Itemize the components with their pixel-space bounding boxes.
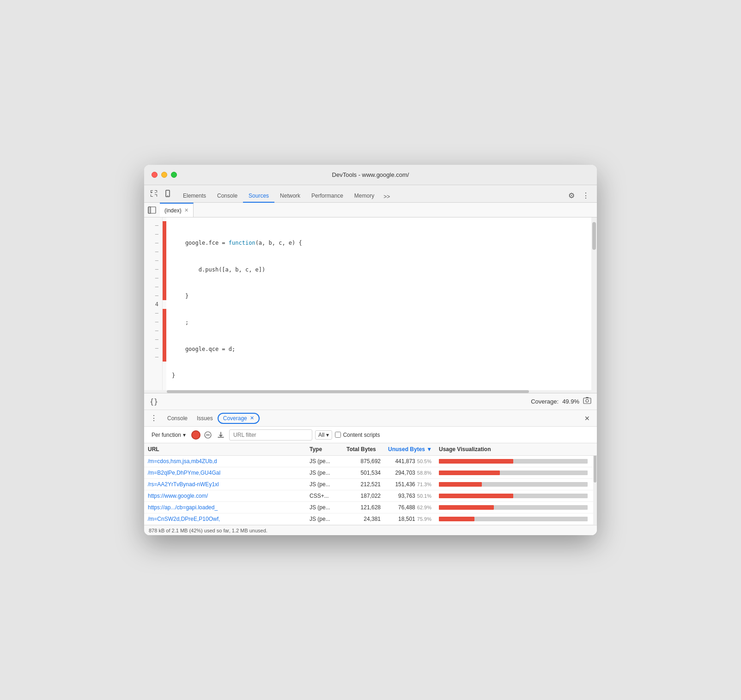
- panel-close-button[interactable]: ✕: [581, 412, 593, 424]
- svg-point-18: [586, 399, 589, 402]
- sidebar-toggle-button[interactable]: [146, 204, 158, 216]
- td-unused-1: 294,703 58.8%: [384, 467, 435, 478]
- table-row[interactable]: /m=cdos,hsm,jsa,mb4ZUb,d JS (pe... 875,6…: [144, 456, 597, 467]
- all-filter-label: All: [318, 432, 324, 438]
- table-row[interactable]: /rs=AA2YrTvBynad-nWEy1xl JS (pe... 212,5…: [144, 479, 597, 490]
- content-scripts-check[interactable]: [335, 432, 341, 438]
- devtools-icons: [148, 187, 174, 202]
- td-unused-0: 441,873 50.5%: [384, 456, 435, 467]
- status-text: 878 kB of 2.1 MB (42%) used so far, 1.2 …: [149, 528, 267, 533]
- coverage-table[interactable]: URL Type Total Bytes Unused Bytes ▼ Usag…: [144, 443, 597, 525]
- line-num-1: –: [144, 221, 162, 230]
- th-usage-vis: Usage Visualization: [435, 443, 597, 455]
- coverage-label: Coverage:: [531, 398, 559, 405]
- screenshot-button[interactable]: [583, 397, 591, 407]
- file-tabbar: (index) ✕: [144, 203, 597, 217]
- content-scripts-checkbox[interactable]: Content scripts: [335, 432, 380, 438]
- line-num-4: –: [144, 247, 162, 256]
- svg-rect-16: [148, 207, 151, 213]
- td-url-2: /rs=AA2YrTvBynad-nWEy1xl: [144, 479, 306, 490]
- line-num-10: 4: [144, 300, 162, 309]
- cursor-icon[interactable]: [148, 187, 160, 199]
- window-title: DevTools - www.google.com/: [332, 171, 409, 178]
- table-row[interactable]: /m=CnSW2d,DPreE,P10Owf, JS (pe... 24,381…: [144, 513, 597, 525]
- svg-rect-3: [152, 192, 152, 193]
- all-filter-select[interactable]: All ▾: [315, 430, 332, 440]
- tab-network[interactable]: Network: [274, 190, 306, 203]
- panel-tabs: ⋮ Console Issues Coverage ✕ ✕: [144, 410, 597, 427]
- content-scripts-label: Content scripts: [343, 432, 380, 438]
- vertical-scrollbar[interactable]: [591, 217, 597, 393]
- td-type-0: JS (pe...: [306, 456, 343, 467]
- per-function-button[interactable]: Per function ▾: [149, 430, 188, 440]
- td-total-1: 501,534: [343, 467, 384, 478]
- coverage-summary-header: {} Coverage: 49.9%: [144, 393, 597, 410]
- devtools-tabbar: Elements Console Sources Network Perform…: [144, 185, 597, 203]
- svg-rect-12: [151, 196, 153, 197]
- th-url: URL: [144, 443, 306, 455]
- code-line-4: ;: [172, 319, 591, 327]
- line-num-2: –: [144, 230, 162, 239]
- tab-panel-coverage[interactable]: Coverage ✕: [218, 413, 260, 424]
- mobile-icon[interactable]: [162, 187, 174, 199]
- file-tab-index[interactable]: (index) ✕: [160, 203, 194, 217]
- cov-16: [163, 353, 166, 362]
- traffic-lights: [152, 172, 177, 178]
- th-type: Type: [306, 443, 343, 455]
- url-filter-input[interactable]: [229, 429, 312, 441]
- coverage-tab-close[interactable]: ✕: [250, 415, 254, 421]
- line-num-13: –: [144, 326, 162, 335]
- tab-elements[interactable]: Elements: [177, 190, 212, 203]
- td-url-0: /m=cdos,hsm,jsa,mb4ZUb,d: [144, 456, 306, 467]
- table-row[interactable]: https://www.google.com/ CSS+... 187,022 …: [144, 490, 597, 502]
- cov-8: [163, 283, 166, 291]
- file-tab-close-button[interactable]: ✕: [184, 207, 188, 213]
- scrollbar-thumb: [592, 222, 596, 250]
- svg-rect-4: [152, 192, 152, 193]
- line-num-8: –: [144, 283, 162, 291]
- code-scroll-area[interactable]: – – – – – – – – – 4 – – – – – –: [144, 217, 597, 390]
- horizontal-scrollbar[interactable]: [144, 390, 597, 393]
- more-options-button[interactable]: ⋮: [578, 188, 593, 203]
- td-unused-2: 151,436 71.3%: [384, 479, 435, 490]
- tab-panel-console[interactable]: Console: [163, 412, 192, 424]
- line-num-16: –: [144, 353, 162, 362]
- td-type-1: JS (pe...: [306, 467, 343, 478]
- tab-performance[interactable]: Performance: [306, 190, 349, 203]
- close-button[interactable]: [152, 172, 158, 178]
- more-tabs-button[interactable]: >>: [380, 191, 394, 203]
- status-bar: 878 kB of 2.1 MB (42%) used so far, 1.2 …: [144, 525, 597, 535]
- td-vis-3: [435, 490, 597, 501]
- tab-panel-issues[interactable]: Issues: [192, 412, 218, 424]
- tab-memory[interactable]: Memory: [349, 190, 380, 203]
- record-button[interactable]: [191, 430, 200, 440]
- code-line-6: }: [172, 371, 591, 380]
- table-row[interactable]: https://ap.../cb=gapi.loaded_ JS (pe... …: [144, 502, 597, 513]
- settings-button[interactable]: ⚙: [565, 188, 578, 203]
- panel-menu-button[interactable]: ⋮: [148, 412, 160, 424]
- line-num-9: –: [144, 291, 162, 300]
- clear-button[interactable]: [203, 430, 213, 440]
- line-num-5: –: [144, 256, 162, 265]
- cov-10: [163, 300, 166, 309]
- coverage-header-left: {}: [150, 398, 158, 406]
- td-type-3: CSS+...: [306, 490, 343, 501]
- th-unused-bytes[interactable]: Unused Bytes ▼: [384, 443, 435, 455]
- table-header: URL Type Total Bytes Unused Bytes ▼ Usag…: [144, 443, 597, 456]
- tab-sources[interactable]: Sources: [243, 190, 274, 203]
- maximize-button[interactable]: [171, 172, 177, 178]
- line-num-7: –: [144, 274, 162, 283]
- download-button[interactable]: [215, 429, 226, 441]
- minimize-button[interactable]: [161, 172, 167, 178]
- cov-2: [163, 230, 166, 239]
- table-row[interactable]: /m=B2qlPe,DhPYme,GU4Gal JS (pe... 501,53…: [144, 467, 597, 479]
- cov-11: [163, 309, 166, 318]
- cov-12: [163, 318, 166, 326]
- th-total-bytes: Total Bytes: [343, 443, 384, 455]
- td-type-2: JS (pe...: [306, 479, 343, 490]
- td-total-2: 212,521: [343, 479, 384, 490]
- tab-console[interactable]: Console: [212, 190, 243, 203]
- td-total-4: 121,628: [343, 502, 384, 513]
- svg-rect-17: [583, 398, 591, 404]
- td-total-5: 24,381: [343, 513, 384, 525]
